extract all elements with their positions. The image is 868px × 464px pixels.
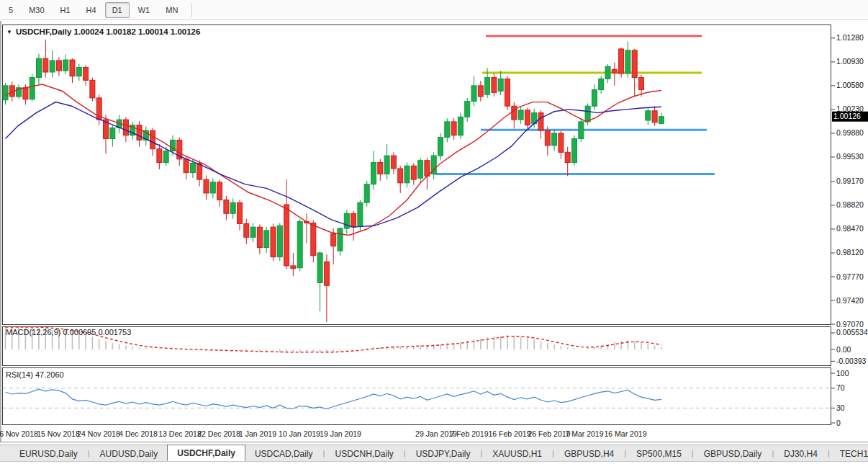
chart-title: USDCHF,Daily 1.00024 1.00182 1.00014 1.0…: [16, 27, 200, 36]
candle-body: [137, 125, 142, 140]
chart-tabs-bar: EURUSD,Daily|AUDUSD,DailyUSDCHF,DailyUSD…: [0, 445, 868, 462]
candle-body: [284, 205, 289, 266]
symbol-dropdown-icon[interactable]: ▼: [6, 29, 12, 35]
candle-body: [458, 117, 463, 135]
candle-body: [612, 69, 617, 73]
candle-body: [378, 163, 383, 174]
price-axis-label: 0.97070: [836, 320, 864, 329]
candle-body: [485, 78, 490, 95]
candle-body: [518, 110, 523, 120]
toolbar-separator: [191, 3, 192, 17]
date-axis-label: 13 Dec 2018: [158, 429, 202, 438]
candle-body: [411, 166, 416, 179]
candle-body: [297, 222, 302, 268]
candle-body: [70, 60, 75, 76]
rsi-title: RSI(14) 47.2060: [6, 370, 64, 379]
price-axis-label: 1.00580: [836, 81, 864, 89]
candle-body: [625, 50, 630, 73]
rsi-axis-label: 30: [836, 403, 845, 412]
price-axis-label: 0.99530: [836, 152, 864, 161]
timeframe-button-5[interactable]: 5: [1, 2, 20, 18]
candle-body: [438, 138, 443, 156]
candle-body: [425, 161, 430, 177]
macd-title: MACD(12,26,9) 0.000695 0.001753: [6, 328, 131, 336]
current-price-label: 1.00126: [833, 112, 861, 120]
candle-body: [257, 227, 262, 247]
tab-usdcnh-daily[interactable]: USDCNH,Daily: [325, 445, 402, 461]
candle-body: [250, 227, 256, 237]
candle-body: [63, 60, 68, 71]
rsi-axis-label: 100: [836, 369, 849, 378]
tab-eurusd-daily[interactable]: EURUSD,Daily: [10, 445, 87, 461]
tab-xauusd-h1[interactable]: XAUUSD,H1: [483, 445, 551, 461]
timeframe-button-d1[interactable]: D1: [105, 2, 130, 18]
candle-body: [364, 184, 369, 202]
timeframe-button-h4[interactable]: H4: [79, 2, 104, 18]
macd-axis-label: 0.005534: [836, 328, 868, 336]
timeframe-button-w1[interactable]: W1: [131, 2, 158, 18]
candle-body: [358, 202, 363, 226]
candle-body: [646, 111, 651, 120]
tab-usdcad-daily[interactable]: USDCAD,Daily: [245, 445, 322, 461]
date-axis-label: 16 Feb 2019: [489, 429, 531, 438]
candle-body: [659, 117, 664, 124]
price-axis-label: 1.00930: [836, 57, 864, 66]
candle-body: [217, 182, 222, 200]
macd-axis-label: -0.00393: [836, 357, 867, 365]
date-axis-label: 19 Jan 2019: [320, 429, 361, 438]
candle-body: [632, 50, 637, 78]
candle-body: [525, 110, 530, 125]
candle-body: [445, 122, 450, 138]
tab-gbpusd-daily[interactable]: GBPUSD,Daily: [695, 445, 772, 461]
date-axis-label: 1 Jan 2019: [239, 429, 276, 438]
tab-sp500-m15[interactable]: SP500,M15: [627, 445, 691, 461]
candle-body: [83, 67, 89, 80]
candle-body: [224, 200, 229, 213]
candle-body: [572, 138, 577, 162]
tab-usdjpy-daily[interactable]: USDJPY,Daily: [407, 445, 480, 461]
rsi-axis-label: 0: [836, 419, 841, 427]
price-axis[interactable]: 1.012801.009301.005801.002300.998800.995…: [831, 33, 868, 328]
date-axis-label: 26 Feb 2019: [528, 429, 571, 438]
candle-body: [545, 130, 550, 146]
rsi-panel-plot[interactable]: [3, 368, 831, 425]
candle-body: [37, 58, 42, 77]
candle-body: [384, 156, 389, 174]
candle-body: [3, 86, 8, 100]
date-axis-label: 10 Jan 2019: [279, 429, 320, 438]
date-axis-label: 7 Feb 2019: [450, 429, 488, 438]
candle-body: [184, 159, 189, 173]
date-axis-label: 6 Nov 2018: [0, 429, 38, 438]
date-axis-label: 16 Mar 2019: [605, 429, 647, 438]
tab-usdchf-daily[interactable]: USDCHF,Daily: [167, 445, 245, 461]
date-axis-label: 22 Dec 2018: [197, 429, 240, 438]
date-axis-label: 15 Nov 2018: [37, 429, 80, 438]
candle-body: [344, 213, 349, 228]
chart-area: 1.012801.009301.005801.002300.998800.995…: [0, 0, 868, 445]
tab-gbpusd-h4[interactable]: GBPUSD,H4: [555, 445, 623, 461]
candle-body: [471, 86, 476, 102]
candle-body: [291, 266, 296, 269]
tab-dj30-h4[interactable]: DJ30,H4: [774, 445, 827, 461]
tab-tech100-h1[interactable]: TECH100,H1: [831, 445, 868, 461]
candle-body: [492, 78, 497, 93]
candle-body: [264, 231, 269, 248]
candle-body: [559, 133, 564, 152]
timeframe-button-mn[interactable]: MN: [158, 2, 185, 18]
rsi-axis-label: 70: [836, 383, 845, 392]
candle-body: [157, 149, 162, 163]
candle-body: [451, 122, 456, 135]
tab-audusd-daily[interactable]: AUDUSD,Daily: [91, 445, 168, 461]
candle-body: [317, 253, 322, 283]
candle-body: [50, 61, 55, 72]
candle-body: [605, 66, 610, 79]
price-axis-label: 0.99170: [836, 177, 864, 185]
price-axis-label: 0.97420: [836, 296, 864, 305]
date-axis[interactable]: 6 Nov 201815 Nov 201824 Nov 20184 Dec 20…: [0, 429, 647, 438]
candle-body: [76, 67, 81, 76]
candle-body: [478, 86, 483, 97]
candle-body: [398, 169, 403, 183]
timeframe-button-m30[interactable]: M30: [22, 2, 51, 18]
timeframe-button-h1[interactable]: H1: [53, 2, 78, 18]
price-axis-label: 0.98470: [836, 224, 864, 233]
